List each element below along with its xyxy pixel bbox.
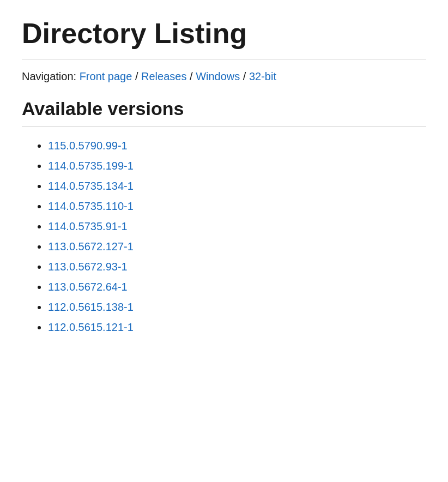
list-item: 114.0.5735.134-1 [48,180,426,192]
list-item: 114.0.5735.199-1 [48,160,426,172]
nav-link-frontpage[interactable]: Front page [80,70,132,82]
list-item: 113.0.5672.127-1 [48,240,426,253]
version-link-0[interactable]: 115.0.5790.99-1 [48,140,128,152]
nav-link-windows[interactable]: Windows [196,70,240,82]
version-link-5[interactable]: 113.0.5672.127-1 [48,240,134,252]
title-divider [22,59,426,59]
version-link-3[interactable]: 114.0.5735.110-1 [48,200,134,212]
nav-separator-1: / [135,70,141,82]
version-link-7[interactable]: 113.0.5672.64-1 [48,281,128,293]
list-item: 114.0.5735.110-1 [48,200,426,213]
version-link-4[interactable]: 114.0.5735.91-1 [48,220,128,232]
nav-separator-3: / [243,70,249,82]
versions-divider [22,126,426,126]
nav-separator-2: / [190,70,196,82]
nav-link-releases[interactable]: Releases [141,70,186,82]
page-title: Directory Listing [22,17,426,50]
version-link-1[interactable]: 114.0.5735.199-1 [48,160,134,172]
version-link-2[interactable]: 114.0.5735.134-1 [48,180,134,192]
list-item: 115.0.5790.99-1 [48,140,426,152]
version-link-8[interactable]: 112.0.5615.138-1 [48,301,134,313]
nav-link-32bit[interactable]: 32-bit [249,70,276,82]
version-link-9[interactable]: 112.0.5615.121-1 [48,321,134,333]
list-item: 112.0.5615.121-1 [48,321,426,334]
version-link-6[interactable]: 113.0.5672.93-1 [48,261,128,273]
list-item: 114.0.5735.91-1 [48,220,426,233]
breadcrumb: Navigation: Front page / Releases / Wind… [22,70,426,83]
navigation-label: Navigation: [22,70,76,82]
list-item: 112.0.5615.138-1 [48,301,426,314]
versions-list: 115.0.5790.99-1 114.0.5735.199-1 114.0.5… [22,140,426,334]
versions-section-title: Available versions [22,98,426,119]
list-item: 113.0.5672.93-1 [48,261,426,273]
list-item: 113.0.5672.64-1 [48,281,426,293]
